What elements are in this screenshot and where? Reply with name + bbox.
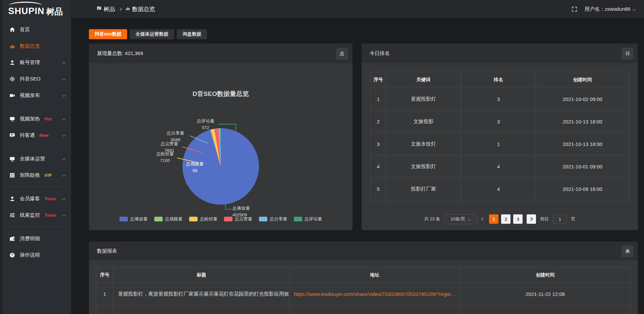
- page-size-select[interactable]: 10条/页: [444, 214, 477, 224]
- table-cell: 4: [371, 155, 386, 178]
- sidebar-item-label: 消费明细: [20, 235, 40, 242]
- sidebar-item-10[interactable]: 线索监控Tools: [0, 207, 71, 223]
- goto-prefix: 前往: [540, 216, 549, 222]
- column-header: 关键词: [386, 72, 461, 88]
- legend-label: 总分享量: [270, 216, 287, 222]
- sidebar-item-11[interactable]: 消费明细: [0, 230, 71, 247]
- sidebar-item-badge: New: [39, 133, 49, 138]
- pie-label-comment: 总评论量 572: [190, 118, 222, 131]
- table-view-button[interactable]: 表: [622, 246, 633, 257]
- table-cell: 景观投影灯: [386, 88, 461, 110]
- ranking-panel: 今日排名 日 序号关键词排名创建时间1景观投影灯32021-10-02 09:0…: [362, 44, 638, 230]
- grid-icon: [9, 172, 15, 178]
- chevron-right-icon: [119, 7, 122, 11]
- prev-page-button[interactable]: [481, 217, 485, 221]
- total-view-button[interactable]: 总: [336, 48, 348, 59]
- sidebar-item-0[interactable]: 首页: [0, 21, 71, 38]
- chevron-down-icon: [62, 173, 66, 177]
- sidebar-item-7[interactable]: 全媒体运营: [0, 151, 71, 167]
- page-button-2[interactable]: 2: [501, 214, 511, 224]
- legend-item-0[interactable]: 总播放量: [119, 216, 148, 222]
- tab-2[interactable]: 询盘数据: [177, 29, 207, 39]
- table-row: 5投影灯厂家42021-10-09 18:00: [371, 178, 629, 200]
- sidebar-item-6[interactable]: 抖客通New: [0, 127, 71, 144]
- column-header: 创建时间: [536, 72, 629, 88]
- breadcrumb-label: 树品: [104, 5, 115, 13]
- table-cell: 景观投影灯，夜游景观投影灯厂家展示展示落花灯在花园里的灯光投影应用效果 #: [113, 283, 290, 305]
- sidebar-item-9[interactable]: 会员爆客Tools: [0, 191, 71, 207]
- sidebar-divider: [6, 187, 65, 187]
- sidebar-item-label: 数据总览: [20, 43, 40, 49]
- logo-text-cn: 树品: [46, 7, 63, 16]
- user-menu[interactable]: 用户名：zswodun88: [585, 6, 635, 12]
- pie-label-value: 572: [190, 124, 222, 131]
- sidebar-item-badge: Hot: [44, 116, 52, 121]
- sidebar-item-label: 全媒体运营: [20, 156, 45, 162]
- sidebar-item-label: 视频加热: [20, 116, 40, 122]
- video-link[interactable]: https://www.iesdouyin.com/share/video/70…: [290, 283, 460, 305]
- legend-item-2[interactable]: 总粉丝量: [189, 216, 217, 222]
- sidebar-item-5[interactable]: 视频加热Hot: [0, 111, 71, 127]
- logo[interactable]: SHUPIN 树品: [0, 0, 71, 18]
- column-header: 序号: [96, 267, 113, 283]
- breadcrumb-item-current[interactable]: 数据总览: [125, 5, 155, 13]
- tab-1[interactable]: 全媒体运营数据: [130, 29, 174, 39]
- legend-item-5[interactable]: 总评论量: [294, 216, 322, 222]
- user-area: 用户名：zswodun88: [572, 6, 635, 12]
- legend-item-3[interactable]: 总点赞量: [224, 216, 252, 222]
- chevron-down-icon: [62, 134, 66, 137]
- chart-title: D音SEO数据量总览: [89, 90, 353, 98]
- table-cell: 4: [461, 155, 536, 178]
- chevron-down-icon: [62, 61, 66, 64]
- video-camera-icon: [9, 93, 15, 98]
- sidebar-item-12[interactable]: ?操作说明: [0, 247, 71, 263]
- report-title: 数据报表: [97, 248, 117, 254]
- sidebar-divider: [6, 147, 65, 147]
- sidebar-item-badge: Tools: [44, 213, 56, 218]
- sidebar-item-3[interactable]: 抖音SEO: [0, 71, 71, 87]
- table-cell: 1: [371, 88, 386, 110]
- legend-item-4[interactable]: 总分享量: [259, 216, 287, 222]
- sidebar-item-label: 操作说明: [20, 252, 40, 258]
- chevron-down-icon: [62, 117, 66, 120]
- table-header-row: 序号关键词排名创建时间: [371, 72, 629, 88]
- legend-item-1[interactable]: 总视频量: [154, 216, 182, 222]
- sidebar-item-8[interactable]: 矩阵助推VIP: [0, 167, 71, 184]
- chart-legend: 总播放量总视频量总粉丝量总点赞量总分享量总评论量: [89, 216, 353, 222]
- sidebar-item-badge: Tools: [44, 196, 56, 201]
- sidebar-item-label: 会员爆客: [20, 196, 40, 202]
- logo-text-en: SHUPIN: [8, 7, 44, 16]
- bar-chart-icon: [125, 6, 130, 12]
- ranking-table-wrap: 序号关键词排名创建时间1景观投影灯32021-10-02 09:002文旅投影3…: [370, 72, 629, 204]
- table-cell: 2021-10-13 18:00: [536, 133, 629, 155]
- goto-page-input[interactable]: [553, 214, 567, 224]
- table-row-clipped: [96, 305, 631, 314]
- column-header: 创建时间: [460, 267, 631, 283]
- table-header-row: 序号标题地址创建时间: [96, 267, 631, 283]
- fullscreen-icon[interactable]: [572, 6, 577, 12]
- table-cell: 3: [461, 110, 536, 133]
- sidebar-item-1[interactable]: 数据总览: [0, 38, 71, 54]
- legend-label: 总评论量: [305, 216, 322, 222]
- tab-0[interactable]: 抖音seo数据: [89, 29, 127, 39]
- username-label: 用户名：zswodun88: [585, 6, 630, 12]
- page-button-3[interactable]: 3: [513, 214, 523, 224]
- user-icon: [9, 60, 15, 65]
- page-button-1[interactable]: 1: [489, 214, 498, 224]
- chevron-down-icon: [633, 7, 636, 11]
- chevron-down-icon: [62, 94, 66, 97]
- table-cell: 2: [371, 110, 386, 133]
- sidebar-item-label: 账号管理: [20, 59, 40, 66]
- daily-view-button[interactable]: 日: [622, 48, 633, 59]
- next-page-button[interactable]: [527, 214, 536, 224]
- main-content: 抖音seo数据全媒体运营数据询盘数据 展现量总数: 421,369 总 D音SE…: [71, 18, 644, 314]
- label-line-play: [225, 201, 226, 210]
- table-row: 1景观投影灯，夜游景观投影灯厂家展示展示落花灯在花园里的灯光投影应用效果 #ht…: [96, 283, 631, 305]
- sidebar-item-badge: VIP: [44, 173, 52, 178]
- app-icon: [97, 6, 102, 12]
- sidebar-item-2[interactable]: 账号管理: [0, 54, 71, 71]
- column-header: 排名: [461, 72, 536, 88]
- breadcrumb-item-home[interactable]: 树品: [97, 5, 115, 13]
- sidebar-item-4[interactable]: 视频发布: [0, 87, 71, 104]
- sidebar-item-label: 抖客通: [20, 132, 35, 139]
